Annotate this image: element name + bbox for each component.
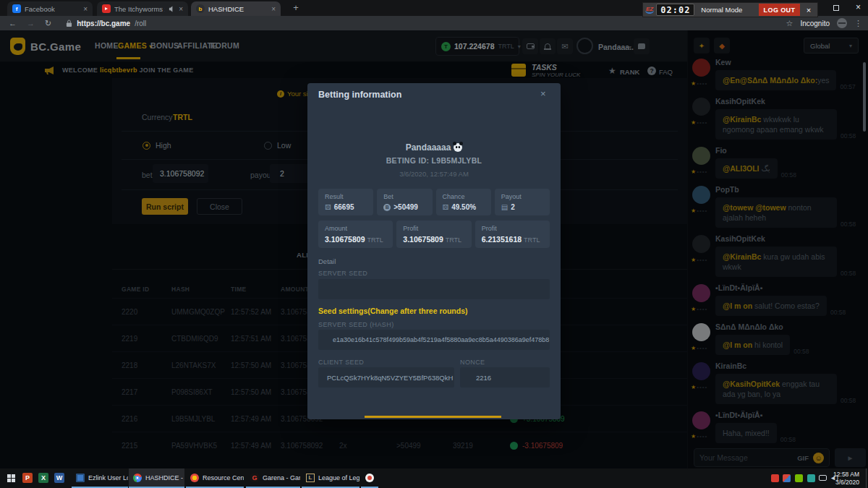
- nav-games[interactable]: GAMES ▾: [118, 41, 153, 50]
- modal-close-icon[interactable]: ×: [540, 88, 546, 99]
- table-row[interactable]: 2215PA59VHVBK512:57:49 AM3.1067580922x>5…: [112, 432, 687, 458]
- scrollbar-thumb[interactable]: [863, 62, 866, 132]
- avatar[interactable]: [692, 235, 710, 253]
- audio-speaker-icon[interactable]: [169, 6, 175, 12]
- chat-toggle-button[interactable]: [634, 38, 650, 54]
- avatar[interactable]: [692, 59, 710, 77]
- send-button[interactable]: ►: [835, 448, 866, 467]
- faq-link[interactable]: FAQ: [659, 68, 673, 76]
- run-script-button[interactable]: Run script: [142, 198, 188, 215]
- nav-forum[interactable]: FORUM: [210, 41, 239, 50]
- gift-box-icon[interactable]: [511, 64, 526, 77]
- app-icon: [365, 474, 374, 482]
- taskbar-resource-center[interactable]: Resource Center: [186, 468, 244, 488]
- bet-amount-input[interactable]: 3.106758092: [153, 164, 208, 183]
- chat-language-dropdown[interactable]: Global▾: [804, 38, 859, 53]
- server-seed-input[interactable]: [318, 279, 550, 299]
- modal-amounts: Amount 3.10675809 TRTL Profit 3.10675809…: [318, 221, 550, 248]
- modal-title: Betting information: [318, 90, 401, 100]
- chat-timestamp: 00:58: [793, 348, 809, 355]
- chat-hot-button[interactable]: ◆: [714, 38, 730, 53]
- system-clock[interactable]: 12:58 AM3/6/2020: [833, 471, 859, 486]
- avatar[interactable]: [692, 411, 710, 429]
- level-badge-icon: ★••••: [691, 433, 714, 440]
- taskbar-chrome-hashdice[interactable]: HASHDICE - Googl...: [129, 468, 184, 488]
- low-radio[interactable]: Low: [264, 141, 291, 150]
- avatar[interactable]: [692, 284, 710, 302]
- chat-username[interactable]: Fio: [715, 146, 860, 155]
- chat-games-button[interactable]: ✦: [694, 38, 710, 53]
- window-close-icon[interactable]: ×: [856, 2, 861, 12]
- avatar[interactable]: [692, 186, 710, 204]
- level-badge-icon: ★••••: [691, 207, 714, 214]
- chat-username[interactable]: ▪LïnDt▪ÄlpïÅ▪: [715, 283, 860, 292]
- tasks-title[interactable]: TASKS: [532, 63, 557, 72]
- notifications-button[interactable]: [540, 38, 556, 54]
- overlay-close-icon[interactable]: ×: [802, 6, 815, 14]
- currency-value[interactable]: TRTL: [173, 113, 192, 121]
- site-header: BC.Game HOME GAMES ▾ BONUS AFFILIATE FOR…: [0, 30, 687, 62]
- avatar[interactable]: [692, 98, 710, 116]
- back-icon[interactable]: ←: [9, 19, 17, 27]
- nav-home[interactable]: HOME: [95, 41, 119, 50]
- taskbar-ezlink[interactable]: Ezlink User Login: [72, 468, 128, 488]
- detail-label: Detail: [318, 257, 336, 265]
- high-radio[interactable]: High: [142, 141, 171, 150]
- close-tab-icon[interactable]: ×: [179, 5, 183, 13]
- browser-menu-icon[interactable]: ⋮: [854, 19, 862, 28]
- chat-input[interactable]: Your Message GIF ☺: [694, 448, 830, 467]
- chat-username[interactable]: SΔnΔ MΔnΔlo Δko: [715, 322, 860, 331]
- forward-icon[interactable]: →: [27, 19, 35, 27]
- balance-selector[interactable]: T 107.224678 TRTL ▾: [435, 37, 519, 56]
- refresh-icon[interactable]: ↻: [45, 19, 51, 28]
- tray-nvidia-icon[interactable]: [795, 474, 803, 482]
- logout-button[interactable]: LOG OUT: [759, 4, 800, 16]
- nav-bonus[interactable]: BONUS: [150, 41, 179, 50]
- chat-username[interactable]: ▪LïnDt▪ÄlpïÅ▪: [715, 411, 860, 419]
- tab-hashdice[interactable]: b HASHDICE ×: [191, 1, 281, 16]
- network-icon[interactable]: [819, 475, 827, 481]
- tab-youtube[interactable]: The Itchyworms x Ely Buend ×: [97, 1, 188, 16]
- bcgame-logo-icon[interactable]: [10, 38, 25, 55]
- address-bar[interactable]: https://bc.game/roll: [66, 20, 146, 27]
- chat-username[interactable]: PopTb: [715, 185, 860, 194]
- nonce-input[interactable]: 2216: [460, 367, 550, 388]
- avatar[interactable]: [576, 38, 593, 54]
- messages-button[interactable]: ✉: [557, 38, 573, 54]
- close-button[interactable]: Close: [197, 198, 242, 215]
- close-tab-icon[interactable]: ×: [83, 5, 88, 13]
- tray-antivirus-icon[interactable]: [807, 474, 815, 482]
- wallet-button[interactable]: [522, 38, 538, 54]
- new-tab-button[interactable]: +: [289, 2, 302, 13]
- start-button[interactable]: [7, 474, 15, 482]
- taskbar-garena[interactable]: GGarena - Game Cen...: [246, 468, 300, 488]
- rank-link[interactable]: RANK: [620, 68, 639, 76]
- gif-button[interactable]: GIF: [797, 454, 809, 462]
- avatar[interactable]: [692, 362, 710, 380]
- site-logo[interactable]: BC.Game: [30, 40, 81, 53]
- close-tab-icon[interactable]: ×: [271, 5, 276, 13]
- tray-garena-icon[interactable]: [771, 474, 779, 482]
- taskbar-pinned-app[interactable]: [361, 468, 378, 488]
- chat-username[interactable]: KirainBc: [715, 361, 860, 370]
- window-restore-icon[interactable]: [833, 5, 839, 11]
- emoji-button[interactable]: ☺: [813, 453, 824, 463]
- chat-message: SΔnΔ MΔnΔlo Δko★••••@I m on hi kontol00:…: [688, 322, 864, 355]
- word-icon[interactable]: W: [54, 473, 64, 483]
- avatar[interactable]: [692, 323, 710, 341]
- taskbar-league-of-legends[interactable]: LLeague of Legends: [302, 468, 359, 488]
- avatar[interactable]: [692, 147, 710, 165]
- bookmark-star-icon[interactable]: ☆: [786, 19, 793, 28]
- mail-icon: ✉: [561, 42, 568, 51]
- tab-facebook[interactable]: f Facebook ×: [7, 1, 93, 16]
- server-seed-hash-label: SERVER SEED (HASH): [318, 321, 394, 328]
- col-game-id: GAME ID: [122, 286, 171, 293]
- tray-app-icon[interactable]: [783, 474, 791, 482]
- client-seed-input[interactable]: PCLcQSk7HYk8qN5VZYEY5BfP638QkH: [318, 367, 454, 388]
- chat-username[interactable]: KasihOpitKek: [715, 97, 860, 106]
- powerpoint-icon[interactable]: P: [22, 473, 33, 483]
- chat-username[interactable]: KasihOpitKek: [715, 234, 860, 243]
- excel-icon[interactable]: X: [38, 473, 48, 483]
- server-seed-hash-input[interactable]: e1a30e16b41c578f499b59ab4f5219a4f5880aa9…: [318, 330, 550, 350]
- chat-username[interactable]: Kew: [715, 58, 860, 67]
